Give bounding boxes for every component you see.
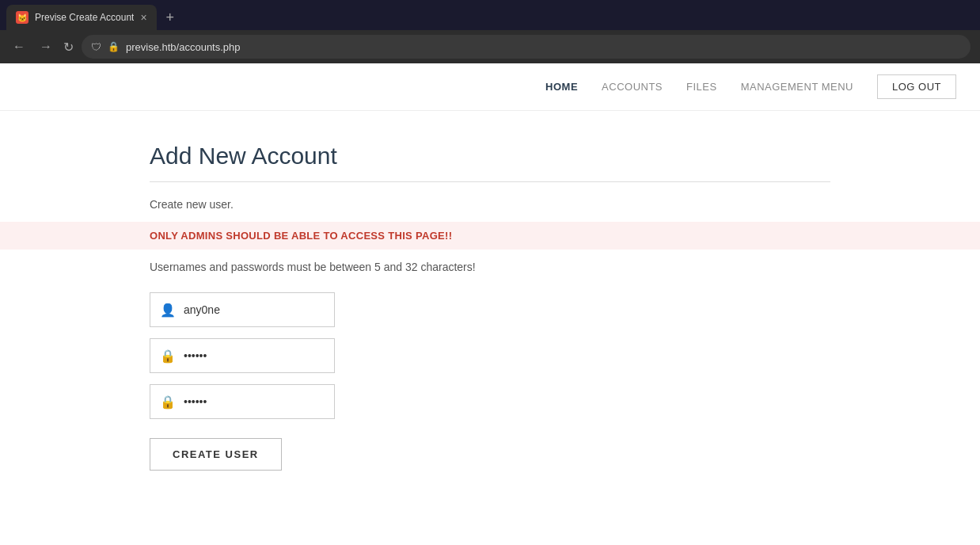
confirm-password-group: 🔒 — [150, 384, 830, 419]
back-button[interactable]: ← — [9, 38, 28, 55]
tab-bar: 🐱 Previse Create Account × + — [0, 0, 980, 30]
nav-files[interactable]: FILES — [686, 81, 717, 93]
admin-warning: ONLY ADMINS SHOULD BE ABLE TO ACCESS THI… — [0, 222, 980, 250]
lock-icon: 🔒 — [108, 41, 120, 52]
create-user-button[interactable]: CREATE USER — [150, 438, 282, 471]
browser-chrome: 🐱 Previse Create Account × + ← → ↻ 🛡 🔒 p… — [0, 0, 980, 63]
confirm-password-input[interactable] — [184, 395, 325, 408]
nav-accounts[interactable]: ACCOUNTS — [602, 81, 663, 93]
tab-favicon: 🐱 — [16, 11, 28, 24]
lock-confirm-icon: 🔒 — [160, 394, 176, 410]
forward-button[interactable]: → — [36, 38, 55, 55]
logout-button[interactable]: LOG OUT — [877, 74, 956, 99]
browser-tab[interactable]: 🐱 Previse Create Account × — [6, 5, 157, 30]
nav-management[interactable]: MANAGEMENT MENU — [741, 81, 853, 93]
password-input-wrapper: 🔒 — [150, 338, 335, 373]
password-input[interactable] — [184, 349, 325, 362]
create-user-form: 👤 🔒 🔒 CREATE USER — [150, 292, 830, 471]
reload-button[interactable]: ↻ — [63, 40, 74, 55]
page-title: Add New Account — [150, 143, 830, 182]
password-group: 🔒 — [150, 338, 830, 373]
nav-links: HOME ACCOUNTS FILES MANAGEMENT MENU LOG … — [545, 74, 956, 99]
tab-close-button[interactable]: × — [140, 12, 146, 23]
confirm-input-wrapper: 🔒 — [150, 384, 335, 419]
address-bar-row: ← → ↻ 🛡 🔒 previse.htb/accounts.php — [0, 30, 980, 63]
address-bar[interactable]: 🛡 🔒 previse.htb/accounts.php — [82, 35, 971, 59]
constraint-text: Usernames and passwords must be between … — [150, 261, 830, 273]
username-input[interactable] — [184, 303, 325, 316]
username-input-wrapper: 👤 — [150, 292, 335, 327]
nav-home[interactable]: HOME — [545, 81, 578, 93]
shield-icon: 🛡 — [91, 41, 101, 53]
page-content: HOME ACCOUNTS FILES MANAGEMENT MENU LOG … — [0, 63, 980, 545]
lock-icon: 🔒 — [160, 349, 176, 364]
username-group: 👤 — [150, 292, 830, 327]
navbar: HOME ACCOUNTS FILES MANAGEMENT MENU LOG … — [0, 63, 980, 111]
url-display: previse.htb/accounts.php — [126, 41, 241, 53]
tab-title: Previse Create Account — [35, 12, 134, 23]
user-icon: 👤 — [160, 303, 176, 318]
new-tab-button[interactable]: + — [163, 10, 178, 26]
subtitle: Create new user. — [150, 198, 830, 211]
main-content: Add New Account Create new user. ONLY AD… — [134, 111, 846, 502]
